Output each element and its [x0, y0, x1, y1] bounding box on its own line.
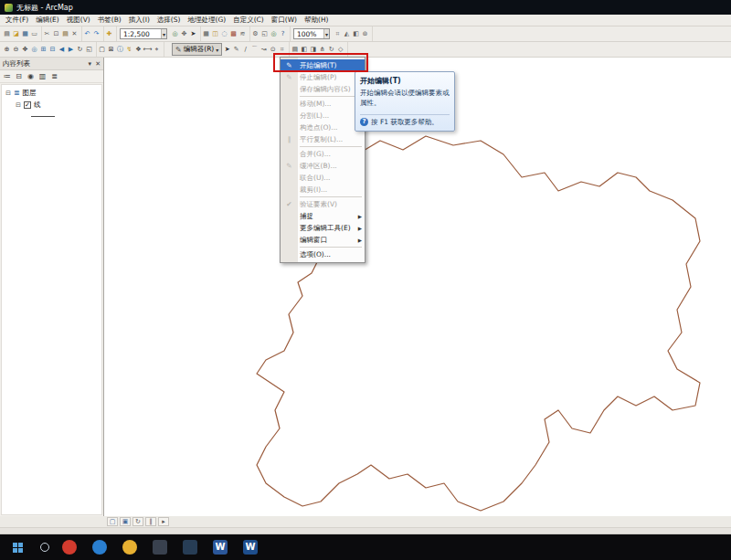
- full-extent-icon[interactable]: ◎: [30, 44, 38, 55]
- data-view-icon[interactable]: ▢: [107, 517, 118, 526]
- list-by-visibility-icon[interactable]: ◉: [26, 71, 36, 82]
- search-window-icon[interactable]: ◌: [220, 28, 228, 39]
- browser-blue-icon[interactable]: [92, 540, 107, 555]
- menu-item-editing-windows[interactable]: 编辑窗口▶: [281, 234, 365, 246]
- app-navy-icon[interactable]: [183, 540, 197, 555]
- attributes-window-icon[interactable]: ▤: [291, 44, 299, 55]
- edit-tool-arrow-icon[interactable]: ➤: [223, 44, 231, 55]
- rotate-tool-icon[interactable]: ↻: [327, 44, 335, 55]
- taskbar-search-icon[interactable]: [40, 543, 49, 552]
- undo-icon[interactable]: ↶: [83, 28, 91, 39]
- add-basemap-icon[interactable]: ◎: [270, 28, 278, 39]
- list-by-drawing-order-icon[interactable]: ≔: [2, 71, 12, 82]
- menu-item-more-editing-tools[interactable]: 更多编辑工具(E)▶: [281, 222, 365, 234]
- sketch-properties-icon[interactable]: ◧: [300, 44, 308, 55]
- wps-blue-icon[interactable]: W: [213, 540, 228, 555]
- python-window-icon[interactable]: ≋: [238, 28, 247, 39]
- hyperlink-icon[interactable]: ↯: [125, 44, 133, 55]
- paste-icon[interactable]: ▤: [61, 28, 69, 39]
- spatial-analyst-icon[interactable]: ◧: [352, 28, 360, 39]
- split-tool-icon[interactable]: ⋔: [318, 44, 326, 55]
- point-tool-icon[interactable]: ⊙: [269, 44, 277, 55]
- straight-segment-icon[interactable]: ∕: [241, 44, 249, 55]
- pause-drawing-icon[interactable]: ∥: [145, 517, 156, 526]
- layout-window-icon[interactable]: ◱: [260, 28, 269, 39]
- copy-icon[interactable]: ⊡: [52, 28, 60, 39]
- chevron-down-icon[interactable]: ▾: [161, 29, 166, 38]
- close-icon[interactable]: ✕: [95, 60, 101, 68]
- menubar-item-1[interactable]: 编辑(E): [32, 16, 63, 25]
- list-by-selection-icon[interactable]: ▥: [37, 71, 48, 82]
- cut-icon[interactable]: ✂: [43, 28, 51, 39]
- model-builder-icon[interactable]: ⚙: [251, 28, 260, 39]
- redo-icon[interactable]: ↷: [92, 28, 101, 39]
- attribute-table-icon[interactable]: ▦: [202, 28, 210, 39]
- pin-icon[interactable]: ▾: [89, 60, 92, 68]
- menubar-item-9[interactable]: 帮助(H): [301, 16, 333, 25]
- edit-vertices-icon[interactable]: ⌗: [278, 44, 286, 55]
- next-extent-icon[interactable]: ▶: [67, 44, 75, 55]
- toc-root-layers[interactable]: ⊟ ≣ 图层: [2, 87, 101, 99]
- save-icon[interactable]: ▦: [21, 28, 29, 39]
- scale-tool-icon[interactable]: ◇: [336, 44, 344, 55]
- measure-icon[interactable]: ⟷: [143, 44, 152, 55]
- app-yellow-icon[interactable]: [122, 540, 137, 555]
- 3d-analyst-icon[interactable]: ◭: [343, 28, 351, 39]
- menubar-item-3[interactable]: 书签(B): [94, 16, 125, 25]
- map-scale-combo[interactable]: 1:2,500 ▾: [120, 28, 167, 39]
- previous-extent-icon[interactable]: ◀: [58, 44, 66, 55]
- open-folder-icon[interactable]: ◪: [12, 28, 20, 39]
- menubar-item-7[interactable]: 自定义(C): [229, 16, 268, 25]
- globe-icon[interactable]: ◎: [171, 28, 179, 39]
- refresh-icon[interactable]: ↻: [76, 44, 84, 55]
- menubar-item-8[interactable]: 窗口(W): [268, 16, 301, 25]
- toc-layer-symbol-row[interactable]: [2, 111, 101, 122]
- menubar-item-5[interactable]: 选择(S): [154, 16, 185, 25]
- clear-selection-icon[interactable]: ⊠: [107, 44, 115, 55]
- menu-item-start-editing[interactable]: ✎开始编辑(T): [281, 59, 365, 71]
- menubar-item-6[interactable]: 地理处理(G): [184, 16, 229, 25]
- collapse-icon[interactable]: ⊟: [16, 101, 21, 109]
- menubar-item-0[interactable]: 文件(F): [2, 16, 32, 25]
- html-popup-icon[interactable]: ❖: [134, 44, 143, 55]
- app-red-icon[interactable]: [62, 540, 77, 555]
- go-to-xy-icon[interactable]: ⌖: [153, 44, 161, 55]
- list-by-source-icon[interactable]: ⊟: [14, 71, 24, 82]
- fixed-zoom-out-icon[interactable]: ⊟: [48, 44, 57, 55]
- app-dark-icon[interactable]: [153, 540, 167, 555]
- snapping-toolbar-icon[interactable]: ⌗: [334, 28, 342, 39]
- zoom-percent-combo[interactable]: 100% ▾: [293, 28, 330, 39]
- fixed-zoom-in-icon[interactable]: ⊞: [39, 44, 48, 55]
- edit-annotation-icon[interactable]: ✎: [232, 44, 240, 55]
- pan-hand-icon[interactable]: ✥: [180, 28, 188, 39]
- new-map-icon[interactable]: ▤: [3, 28, 11, 39]
- menubar-item-2[interactable]: 视图(V): [63, 16, 94, 25]
- toc-layer-line[interactable]: ⊟ ✓ 线: [2, 99, 101, 111]
- delete-icon[interactable]: ✕: [70, 28, 79, 39]
- refresh-view-icon[interactable]: ↻: [132, 517, 143, 526]
- select-features-icon[interactable]: ▢: [98, 44, 106, 55]
- chevron-down-icon[interactable]: ▾: [323, 29, 329, 38]
- help-icon[interactable]: ?: [279, 28, 287, 39]
- create-features-icon[interactable]: ◨: [309, 44, 317, 55]
- arc-segment-icon[interactable]: ⌒: [250, 44, 259, 55]
- add-data-icon[interactable]: ✚: [105, 28, 113, 39]
- catalog-icon[interactable]: ◫: [211, 28, 219, 39]
- zoom-in-icon[interactable]: ⊕: [3, 44, 11, 55]
- menubar-item-4[interactable]: 插入(I): [125, 16, 154, 25]
- start-button[interactable]: [7, 537, 27, 557]
- arctoolbox-icon[interactable]: ▩: [229, 28, 238, 39]
- scroll-right-icon[interactable]: ▸: [158, 517, 169, 526]
- select-elements-arrow-icon[interactable]: ➤: [189, 28, 197, 39]
- pan-icon[interactable]: ✥: [21, 44, 29, 55]
- identify-icon[interactable]: ⓘ: [116, 44, 124, 55]
- layout-view-icon[interactable]: ▣: [120, 517, 131, 526]
- menu-item-options[interactable]: 选项(O)...: [281, 248, 365, 260]
- viewer-window-icon[interactable]: ◱: [85, 44, 93, 55]
- word-icon[interactable]: W: [243, 540, 258, 555]
- collapse-icon[interactable]: ⊟: [5, 90, 11, 97]
- print-icon[interactable]: ▭: [30, 28, 38, 39]
- layer-visibility-checkbox[interactable]: ✓: [24, 101, 31, 109]
- network-analyst-icon[interactable]: ⊚: [361, 28, 369, 39]
- menu-item-snapping[interactable]: 捕捉▶: [281, 210, 365, 222]
